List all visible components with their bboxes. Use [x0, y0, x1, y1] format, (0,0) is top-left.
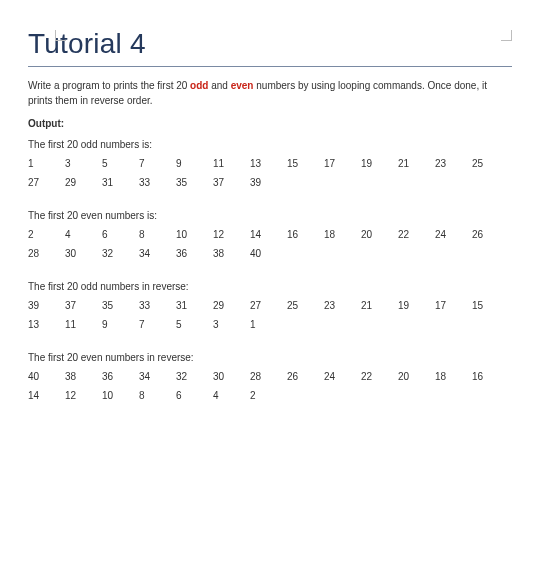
section-title: The first 20 even numbers in reverse:	[28, 352, 512, 363]
number-cell: 39	[250, 177, 287, 188]
number-cell: 30	[213, 371, 250, 382]
number-cell: 27	[28, 177, 65, 188]
number-cell: 2	[250, 390, 287, 401]
number-cell: 32	[176, 371, 213, 382]
number-cell: 6	[176, 390, 213, 401]
number-cell: 12	[65, 390, 102, 401]
number-row: 39373533312927252321191715	[28, 300, 512, 311]
number-cell: 13	[250, 158, 287, 169]
number-cell: 27	[250, 300, 287, 311]
number-cell: 14	[28, 390, 65, 401]
number-grid: 39373533312927252321191715131197531	[28, 300, 512, 330]
number-cell: 31	[102, 177, 139, 188]
number-cell: 20	[398, 371, 435, 382]
number-cell: 18	[435, 371, 472, 382]
number-cell: 8	[139, 229, 176, 240]
number-cell: 32	[102, 248, 139, 259]
number-cell: 12	[213, 229, 250, 240]
number-cell: 9	[102, 319, 139, 330]
number-cell: 15	[287, 158, 324, 169]
number-cell: 8	[139, 390, 176, 401]
number-cell: 7	[139, 158, 176, 169]
number-row: 131197531	[28, 319, 512, 330]
number-cell: 21	[361, 300, 398, 311]
number-cell: 40	[250, 248, 287, 259]
number-cell: 3	[65, 158, 102, 169]
number-cell: 37	[213, 177, 250, 188]
number-cell: 31	[176, 300, 213, 311]
number-row: 40383634323028262422201816	[28, 371, 512, 382]
number-cell: 11	[213, 158, 250, 169]
number-cell: 10	[102, 390, 139, 401]
number-cell: 23	[435, 158, 472, 169]
number-cell: 15	[472, 300, 509, 311]
number-cell: 24	[324, 371, 361, 382]
keyword-even: even	[231, 80, 254, 91]
number-cell: 4	[65, 229, 102, 240]
output-label: Output:	[28, 118, 512, 129]
number-row: 27293133353739	[28, 177, 512, 188]
intro-part-2: and	[211, 80, 230, 91]
number-cell: 26	[472, 229, 509, 240]
intro-part-1: Write a program to prints the first 20	[28, 80, 190, 91]
number-cell: 20	[361, 229, 398, 240]
crop-mark-tr	[501, 30, 512, 41]
number-cell: 11	[65, 319, 102, 330]
number-cell: 23	[324, 300, 361, 311]
section-title: The first 20 even numbers is:	[28, 210, 512, 221]
number-cell: 21	[398, 158, 435, 169]
number-grid: 403836343230282624222018161412108642	[28, 371, 512, 401]
page-title: Tutorial 4	[28, 28, 512, 60]
output-section: The first 20 even numbers is:24681012141…	[28, 210, 512, 259]
intro-text: Write a program to prints the first 20 o…	[28, 79, 512, 108]
section-title: The first 20 odd numbers in reverse:	[28, 281, 512, 292]
number-cell: 34	[139, 371, 176, 382]
number-cell: 34	[139, 248, 176, 259]
number-cell: 38	[65, 371, 102, 382]
number-cell: 18	[324, 229, 361, 240]
number-cell: 16	[287, 229, 324, 240]
number-cell: 26	[287, 371, 324, 382]
number-cell: 14	[250, 229, 287, 240]
number-cell: 10	[176, 229, 213, 240]
number-cell: 36	[176, 248, 213, 259]
number-cell: 5	[176, 319, 213, 330]
number-row: 28303234363840	[28, 248, 512, 259]
number-cell: 24	[435, 229, 472, 240]
number-cell: 39	[28, 300, 65, 311]
number-cell: 33	[139, 300, 176, 311]
number-cell: 1	[28, 158, 65, 169]
number-cell: 17	[435, 300, 472, 311]
number-cell: 1	[250, 319, 287, 330]
number-cell: 30	[65, 248, 102, 259]
title-rule	[28, 66, 512, 67]
number-cell: 28	[28, 248, 65, 259]
number-cell: 4	[213, 390, 250, 401]
number-cell: 3	[213, 319, 250, 330]
section-title: The first 20 odd numbers is:	[28, 139, 512, 150]
output-section: The first 20 odd numbers in reverse:3937…	[28, 281, 512, 330]
number-cell: 36	[102, 371, 139, 382]
output-section: The first 20 odd numbers is:135791113151…	[28, 139, 512, 188]
keyword-odd: odd	[190, 80, 208, 91]
number-grid: 13579111315171921232527293133353739	[28, 158, 512, 188]
number-cell: 37	[65, 300, 102, 311]
number-cell: 25	[472, 158, 509, 169]
number-cell: 19	[361, 158, 398, 169]
number-cell: 7	[139, 319, 176, 330]
number-cell: 29	[65, 177, 102, 188]
number-cell: 17	[324, 158, 361, 169]
crop-mark-tl	[55, 30, 66, 41]
number-cell: 29	[213, 300, 250, 311]
number-cell: 35	[176, 177, 213, 188]
number-cell: 6	[102, 229, 139, 240]
number-row: 1412108642	[28, 390, 512, 401]
number-cell: 19	[398, 300, 435, 311]
number-row: 2468101214161820222426	[28, 229, 512, 240]
number-cell: 33	[139, 177, 176, 188]
number-cell: 38	[213, 248, 250, 259]
number-grid: 246810121416182022242628303234363840	[28, 229, 512, 259]
number-cell: 13	[28, 319, 65, 330]
number-cell: 25	[287, 300, 324, 311]
number-cell: 9	[176, 158, 213, 169]
